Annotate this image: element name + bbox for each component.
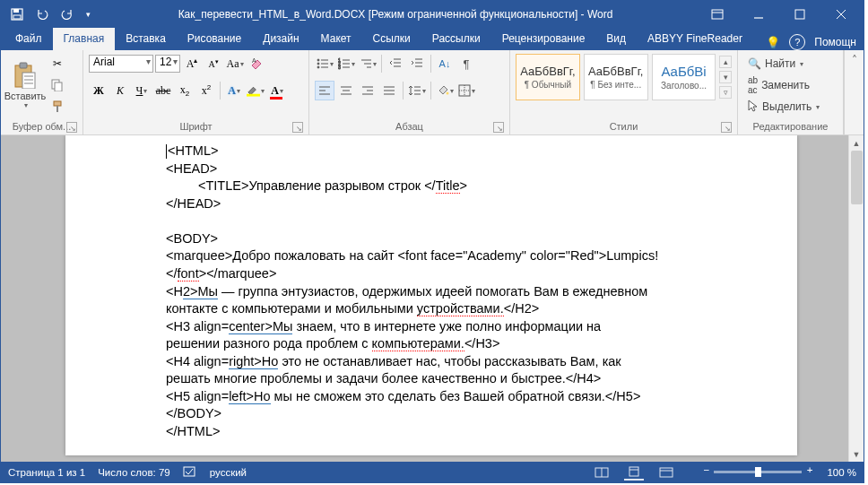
- find-button[interactable]: 🔍Найти▾: [743, 54, 808, 74]
- zoom-in-button[interactable]: +: [807, 464, 813, 475]
- help-label[interactable]: Помощн: [814, 36, 856, 48]
- view-web-button[interactable]: [656, 464, 676, 481]
- style-heading1[interactable]: АаБбВі Заголово...: [652, 54, 716, 100]
- undo-button[interactable]: [31, 4, 53, 25]
- change-case-button[interactable]: Aa▾: [225, 54, 245, 74]
- underline-button[interactable]: Ч▾: [132, 81, 152, 100]
- qat-customize-button[interactable]: ▾: [82, 4, 94, 25]
- para-launcher[interactable]: [493, 122, 504, 133]
- format-painter-button[interactable]: [48, 97, 67, 117]
- scissors-icon: ✂: [53, 57, 62, 70]
- tab-layout[interactable]: Макет: [310, 28, 362, 50]
- tab-draw[interactable]: Рисование: [177, 28, 252, 50]
- vertical-scrollbar[interactable]: ▲ ▼: [848, 135, 864, 462]
- zoom-knob[interactable]: [755, 467, 761, 477]
- collapse-ribbon-button[interactable]: ˄: [844, 50, 864, 134]
- status-proofing-icon[interactable]: [183, 465, 197, 480]
- search-icon: 🔍: [748, 57, 761, 70]
- page[interactable]: <HTML> <HEAD> <TITLE>Управление разрывом…: [65, 135, 797, 455]
- group-editing-label: Редактирование: [753, 119, 829, 134]
- select-button[interactable]: Выделить▾: [743, 97, 824, 117]
- tab-review[interactable]: Рецензирование: [491, 28, 596, 50]
- tab-abbyy[interactable]: ABBYY FineReader 12: [637, 28, 766, 50]
- close-button[interactable]: [820, 1, 862, 28]
- highlight-button[interactable]: ▾: [246, 81, 265, 100]
- align-right-button[interactable]: [358, 81, 378, 100]
- font-color-button[interactable]: A▾: [267, 81, 287, 100]
- borders-button[interactable]: ▾: [456, 81, 476, 100]
- align-center-button[interactable]: [336, 81, 356, 100]
- style-normal[interactable]: АаБбВвГг, ¶ Обычный: [516, 54, 580, 100]
- replace-button[interactable]: abacЗаменить: [743, 75, 814, 95]
- subscript-button[interactable]: x2: [175, 81, 195, 100]
- zoom-slider[interactable]: − +: [714, 471, 802, 473]
- svg-rect-18: [56, 106, 58, 112]
- superscript-button[interactable]: x2: [196, 81, 216, 100]
- shading-button[interactable]: ▾: [435, 81, 455, 100]
- status-page[interactable]: Страница 1 из 1: [8, 467, 85, 478]
- clear-format-button[interactable]: A: [247, 54, 266, 74]
- cut-button[interactable]: ✂: [48, 54, 67, 74]
- line-spacing-button[interactable]: ▾: [407, 81, 427, 100]
- scroll-down-button[interactable]: ▼: [849, 446, 864, 462]
- svg-point-21: [317, 59, 319, 61]
- svg-rect-66: [660, 468, 673, 477]
- view-print-button[interactable]: [624, 464, 644, 481]
- strike-button[interactable]: abc: [153, 81, 173, 100]
- status-language[interactable]: русский: [210, 467, 247, 478]
- svg-point-23: [317, 63, 319, 65]
- tab-view[interactable]: Вид: [595, 28, 637, 50]
- align-justify-button[interactable]: [379, 81, 399, 100]
- style-nospacing[interactable]: АаБбВвГг, ¶ Без инте...: [584, 54, 648, 100]
- font-name-select[interactable]: Arial: [89, 55, 153, 73]
- clipboard-launcher[interactable]: [66, 122, 77, 133]
- help-button[interactable]: ?: [789, 34, 805, 50]
- show-marks-button[interactable]: ¶: [456, 54, 476, 74]
- font-size-select[interactable]: 12: [155, 55, 180, 73]
- tab-references[interactable]: Ссылки: [362, 28, 421, 50]
- bold-button[interactable]: Ж: [89, 81, 108, 100]
- zoom-level[interactable]: 100 %: [827, 467, 856, 478]
- grow-font-button[interactable]: A▴: [182, 54, 202, 74]
- increase-indent-button[interactable]: [407, 54, 427, 74]
- zoom-out-button[interactable]: −: [703, 464, 709, 475]
- minimize-button[interactable]: [738, 1, 779, 28]
- svg-rect-3: [712, 10, 723, 19]
- redo-button[interactable]: [56, 4, 78, 25]
- eraser-icon: A: [250, 56, 263, 72]
- text-effects-button[interactable]: A▾: [224, 81, 244, 100]
- bullets-button[interactable]: ▾: [315, 54, 334, 74]
- maximize-button[interactable]: [779, 1, 820, 28]
- tab-insert[interactable]: Вставка: [115, 28, 177, 50]
- svg-rect-20: [247, 94, 260, 97]
- ribbon-options-button[interactable]: [697, 1, 738, 28]
- scroll-up-button[interactable]: ▲: [849, 135, 864, 151]
- italic-button[interactable]: К: [110, 81, 130, 100]
- scroll-thumb[interactable]: [851, 151, 863, 204]
- group-para-label: Абзац: [395, 119, 423, 134]
- numbering-button[interactable]: 123▾: [336, 54, 356, 74]
- decrease-indent-button[interactable]: [386, 54, 405, 74]
- align-center-icon: [340, 84, 352, 97]
- status-wordcount[interactable]: Число слов: 79: [98, 467, 170, 478]
- shrink-font-button[interactable]: A▾: [204, 54, 223, 74]
- save-button[interactable]: [6, 4, 28, 25]
- ribbon-tabs: Файл Главная Вставка Рисование Дизайн Ма…: [1, 28, 864, 50]
- group-font-label: Шрифт: [179, 119, 212, 134]
- tab-home[interactable]: Главная: [53, 28, 116, 50]
- styles-launcher[interactable]: [721, 122, 732, 133]
- tab-file[interactable]: Файл: [4, 28, 53, 50]
- numbering-icon: 123: [338, 57, 351, 70]
- font-launcher[interactable]: [292, 122, 303, 133]
- sort-button[interactable]: A↓: [435, 54, 455, 74]
- tab-design[interactable]: Дизайн: [252, 28, 309, 50]
- view-readmode-button[interactable]: [592, 464, 612, 481]
- copy-button[interactable]: [48, 75, 67, 95]
- tell-me-icon[interactable]: 💡: [766, 36, 780, 49]
- multilevel-button[interactable]: ▾: [358, 54, 378, 74]
- align-left-button[interactable]: [315, 81, 334, 100]
- paste-button[interactable]: Вставить ▾: [6, 54, 44, 115]
- indent-right-icon: [411, 57, 423, 70]
- tab-mailings[interactable]: Рассылки: [421, 28, 491, 50]
- styles-gallery-expand[interactable]: ▴▾▿: [719, 54, 732, 100]
